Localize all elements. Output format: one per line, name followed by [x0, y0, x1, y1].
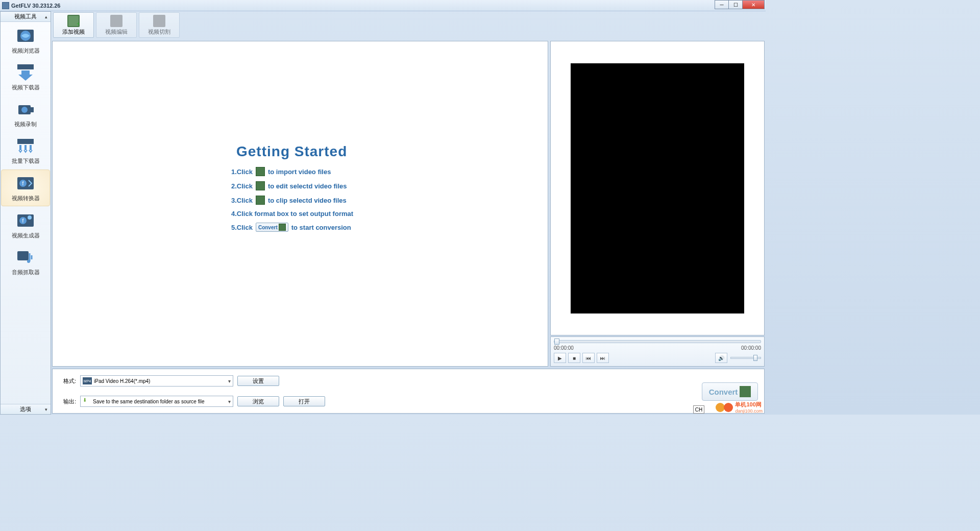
camera-record-icon: [16, 100, 35, 118]
browse-button[interactable]: 浏览: [237, 396, 279, 406]
toolbar: + 添加视频 视频编辑 视频切割: [52, 12, 765, 39]
mute-button[interactable]: 🔊: [715, 353, 727, 363]
output-combo[interactable]: ⬇ Save to the same destination folder as…: [80, 396, 233, 407]
svg-point-15: [27, 260, 30, 263]
convert-icon: f: [16, 174, 35, 192]
film-convert-icon: [740, 386, 751, 397]
stop-button[interactable]: ■: [568, 353, 580, 363]
sidebar-item-batch[interactable]: 批量下载器: [1, 132, 51, 169]
maximize-button[interactable]: ☐: [728, 0, 743, 9]
open-button[interactable]: 打开: [283, 396, 325, 406]
toolbar-label: 添加视频: [62, 28, 85, 36]
toolbar-label: 视频编辑: [105, 28, 128, 36]
output-label: 输出:: [58, 398, 76, 405]
flv-create-icon: f: [16, 211, 35, 230]
step-5: 5.ClickConvertto start conversion: [231, 223, 353, 232]
logo-circle-icon: [724, 403, 733, 412]
window-title: GetFLV 30.2312.26: [11, 3, 60, 9]
globe-film-icon: [16, 27, 35, 45]
svg-rect-2: [17, 64, 34, 69]
getting-started-panel: Getting Started 1.Clickto import video f…: [231, 143, 353, 237]
mp4-badge-icon: MP4: [83, 377, 92, 384]
sidebar-header[interactable]: 视频工具: [1, 12, 51, 22]
film-cut-icon: [256, 196, 265, 205]
app-icon: [2, 2, 9, 9]
sidebar-footer-options[interactable]: 选项: [1, 404, 51, 414]
step-2: 2.Clickto edit selectd video files: [231, 181, 353, 190]
next-button[interactable]: ⏭: [597, 353, 609, 363]
step-4: 4.Click format box to set output format: [231, 210, 353, 218]
output-value: Save to the same destination folder as s…: [93, 399, 204, 404]
step-1: 1.Clickto import video files: [231, 167, 353, 176]
sidebar-item-creator[interactable]: f 视频生成器: [1, 207, 51, 244]
watermark: 单机100网 danji100.com: [716, 401, 763, 414]
svg-rect-5: [31, 107, 34, 112]
format-combo[interactable]: MP4 iPad Video H.264(*.mp4): [80, 375, 233, 387]
sidebar-item-label: 视频浏览器: [12, 47, 40, 55]
svg-rect-14: [17, 251, 29, 260]
batch-download-icon: [16, 137, 35, 155]
film-cut-icon: [153, 15, 165, 27]
titlebar: GetFLV 30.2312.26 ─ ☐ ✕: [0, 0, 766, 11]
svg-point-13: [28, 215, 32, 220]
preview-screen: [571, 63, 744, 313]
toolbar-label: 视频切割: [148, 28, 170, 36]
sidebar-item-recorder[interactable]: 视频录制: [1, 95, 51, 132]
svg-rect-20: [153, 15, 165, 27]
film-add-icon: +: [67, 15, 80, 27]
preview-controls: 00:00:00 00:00:00 ▶ ■ ⏮ ⏭ 🔊: [550, 336, 765, 367]
time-current: 00:00:00: [554, 345, 574, 351]
edit-video-button[interactable]: 视频编辑: [96, 12, 137, 38]
film-edit-icon: [110, 15, 122, 27]
sidebar-item-label: 视频录制: [14, 120, 37, 128]
svg-rect-6: [17, 139, 34, 144]
sidebar-item-converter[interactable]: f 视频转换器: [1, 170, 50, 206]
convert-button[interactable]: Convert: [702, 382, 758, 401]
format-label: 格式:: [58, 377, 76, 385]
film-convert-icon: [279, 224, 286, 231]
clip-video-button[interactable]: 视频切割: [139, 12, 180, 38]
svg-rect-19: [110, 15, 122, 27]
seek-slider[interactable]: [554, 340, 761, 343]
step-3: 3.Clickto clip selectd video files: [231, 196, 353, 205]
svg-point-4: [21, 107, 28, 113]
svg-text:f: f: [22, 181, 24, 186]
format-value: iPad Video H.264(*.mp4): [94, 378, 150, 384]
sidebar-item-label: 批量下载器: [12, 157, 40, 165]
audio-extract-icon: [16, 248, 35, 267]
sidebar-item-label: 视频转换器: [12, 195, 40, 202]
sidebar: 视频工具 视频浏览器 视频下载器 视频录制 批量下载器 f 视频转换器: [0, 11, 51, 415]
download-arrow-icon: [16, 63, 35, 82]
download-folder-icon: ⬇: [83, 397, 91, 405]
sidebar-item-label: 视频下载器: [12, 84, 40, 91]
svg-text:f: f: [22, 218, 24, 224]
volume-slider[interactable]: [730, 357, 761, 359]
film-add-icon: [256, 167, 265, 176]
ime-indicator[interactable]: CH: [693, 405, 704, 414]
content-area: Getting Started 1.Clickto import video f…: [52, 41, 548, 367]
prev-button[interactable]: ⏮: [582, 353, 595, 363]
svg-text:+: +: [77, 20, 80, 27]
preview-panel: 00:00:00 00:00:00 ▶ ■ ⏮ ⏭ 🔊: [550, 41, 765, 367]
getting-started-title: Getting Started: [236, 143, 353, 160]
preview-viewport: [550, 41, 765, 335]
minimize-button[interactable]: ─: [715, 0, 729, 9]
time-total: 00:00:00: [741, 345, 761, 351]
bottom-bar: 格式: MP4 iPad Video H.264(*.mp4) 设置 输出: ⬇…: [52, 369, 765, 414]
convert-mini-button: Convert: [256, 223, 288, 232]
play-button[interactable]: ▶: [554, 353, 566, 363]
sidebar-item-audio[interactable]: 音频抓取器: [1, 244, 51, 280]
sidebar-item-label: 音频抓取器: [12, 269, 40, 276]
sidebar-item-downloader[interactable]: 视频下载器: [1, 59, 51, 95]
settings-button[interactable]: 设置: [237, 376, 279, 386]
sidebar-item-browser[interactable]: 视频浏览器: [1, 22, 51, 59]
film-edit-icon: [256, 181, 265, 190]
add-video-button[interactable]: + 添加视频: [53, 12, 94, 38]
sidebar-item-label: 视频生成器: [12, 232, 40, 239]
close-button[interactable]: ✕: [742, 0, 765, 9]
